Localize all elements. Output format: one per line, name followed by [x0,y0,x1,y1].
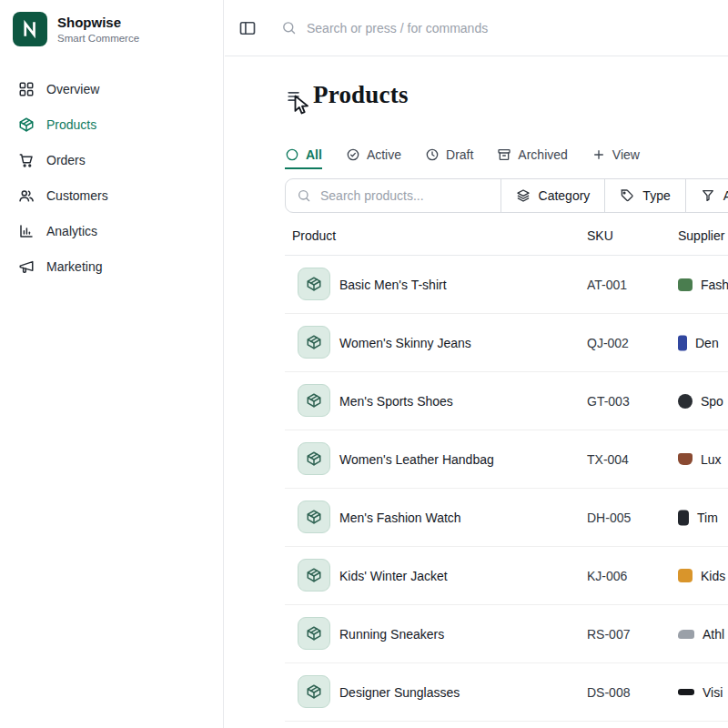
supplier-avatar [678,569,693,582]
supplier-cell: Visi [678,685,723,700]
supplier-name: Kids [701,569,725,583]
filter-button-category[interactable]: Category [501,179,606,212]
sidebar-item-analytics[interactable]: Analytics [0,213,223,248]
package-icon [298,268,330,300]
nav-item-icon [18,187,35,204]
supplier-avatar [678,453,693,465]
package-icon [298,442,330,475]
supplier-name: Lux [701,452,722,467]
table-row[interactable]: Kids' Winter Jacket KJ-006 Kids [285,547,728,605]
brand: Shopwise Smart Commerce [0,0,223,58]
brand-name: Shopwise [57,15,139,31]
supplier-cell: Tim [678,510,718,525]
filter-label: Advanced [723,188,728,203]
status-tabs: All Active Draft Archived View [285,142,640,169]
sidebar-toggle-icon[interactable] [238,19,257,37]
product-search[interactable] [286,179,501,212]
brand-text: Shopwise Smart Commerce [57,15,139,44]
filter-button-advanced[interactable]: Advanced [686,179,728,212]
product-name: Designer Sunglasses [339,685,460,700]
product-sku: KJ-006 [587,569,627,583]
tab-draft[interactable]: Draft [425,142,473,169]
table-row[interactable]: Men's Sports Shoes GT-003 Spo [285,372,728,430]
command-search-input[interactable] [305,20,581,36]
table-row[interactable]: Basic Men's T-shirt AT-001 Fash [285,256,728,314]
tab-icon [592,147,606,162]
product-name: Women's Skinny Jeans [339,336,471,350]
command-search[interactable] [281,20,581,36]
supplier-name: Visi [703,685,723,700]
supplier-name: Den [695,336,719,350]
nav-item-label: Overview [46,82,99,96]
tab-label: Archived [518,147,567,162]
table-row[interactable]: Men's Fashion Watch DH-005 Tim [285,489,728,547]
filter-icon [516,188,531,203]
product-name: Men's Fashion Watch [339,511,461,525]
product-sku: AT-001 [587,278,627,292]
sidebar-item-customers[interactable]: Customers [0,177,223,213]
tab-active[interactable]: Active [346,142,401,169]
package-icon [298,500,330,533]
column-supplier: Supplier [678,228,724,243]
product-name: Running Sneakers [339,627,444,642]
product-search-input[interactable] [318,187,486,204]
supplier-cell: Lux [678,452,722,467]
package-icon [298,326,330,359]
supplier-cell: Fash [678,278,728,292]
tab-label: Active [367,147,401,162]
sidebar: Shopwise Smart Commerce Overview Product… [0,0,224,728]
supplier-cell: Athl [678,627,724,642]
nav-item-icon [18,258,35,275]
tab-icon [285,147,299,162]
table-header: Product SKU Supplier [285,217,728,256]
sidebar-item-products[interactable]: Products [0,106,223,142]
product-name: Kids' Winter Jacket [339,569,448,583]
nav-item-icon [18,81,35,97]
search-icon [281,20,297,35]
table-row[interactable]: Running Sneakers RS-007 Athl [285,605,728,663]
nav-item-icon [18,152,35,168]
tab-label: All [306,147,322,162]
supplier-cell: Spo [678,394,723,409]
product-sku: GT-003 [587,394,630,409]
tab-all[interactable]: All [285,142,322,169]
product-sku: DH-005 [587,511,631,525]
tab-label: Draft [446,147,473,162]
table-row [285,722,728,728]
supplier-avatar [678,394,693,409]
sidebar-item-orders[interactable]: Orders [0,142,223,177]
package-icon [298,617,330,650]
filter-icon [620,188,634,203]
nav-item-label: Analytics [46,224,97,238]
package-icon [298,559,330,592]
sidebar-item-overview[interactable]: Overview [0,71,223,106]
tab-archived[interactable]: Archived [497,142,567,169]
nav-item-label: Marketing [46,259,102,274]
nav-item-label: Customers [46,188,108,203]
product-name: Women's Leather Handbag [339,452,494,467]
brand-tagline: Smart Commerce [57,33,139,44]
supplier-name: Spo [701,394,723,409]
tab-view[interactable]: View [592,142,640,169]
filter-button-type[interactable]: Type [605,179,685,212]
sidebar-item-marketing[interactable]: Marketing [0,248,223,284]
search-icon [297,188,311,203]
nav-item-icon [18,116,35,133]
tab-icon [497,147,511,162]
page-title: Products [313,81,409,109]
nav-item-icon [18,223,35,239]
table-row[interactable]: Women's Leather Handbag TX-004 Lux [285,430,728,489]
package-icon [298,675,330,708]
supplier-name: Tim [697,511,718,525]
product-sku: DS-008 [587,685,630,700]
brand-logo-icon [19,18,41,40]
supplier-avatar [678,278,693,291]
nav-item-label: Products [46,117,96,132]
table-row[interactable]: Designer Sunglasses DS-008 Visi [285,663,728,722]
product-name: Men's Sports Shoes [339,394,453,409]
brand-logo [13,12,47,46]
supplier-cell: Den [678,335,719,350]
main-content: Products All Active Draft Archiv [225,56,728,728]
table-row[interactable]: Women's Skinny Jeans QJ-002 Den [285,314,728,372]
filter-label: Category [539,188,591,203]
